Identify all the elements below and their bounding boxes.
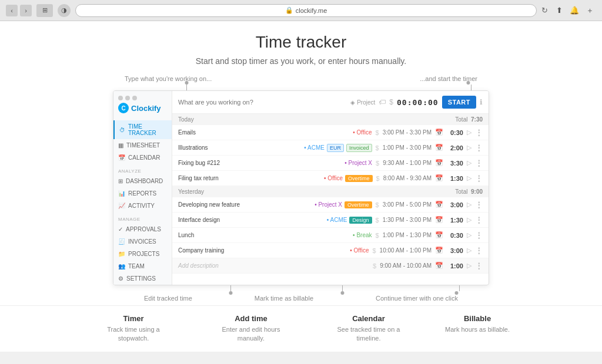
entry-billable-icon[interactable]: $ (376, 160, 379, 167)
entry-play-button[interactable]: ▷ (467, 144, 471, 151)
entry-more-button[interactable]: ⋮ (475, 200, 483, 209)
sidebar: C Clockify ⏱ TIME TRACKER ▦ TIMESHEET 📅 … (113, 91, 172, 285)
table-icon: ▦ (118, 142, 123, 149)
entry-more-button[interactable]: ⋮ (475, 215, 483, 224)
dot-2 (125, 96, 130, 100)
entry-play-button[interactable]: ▷ (467, 159, 471, 167)
entry-more-button[interactable]: ⋮ (475, 231, 483, 240)
entry-play-button[interactable]: ▷ (467, 129, 471, 136)
sidebar-item-approvals[interactable]: ✓ APPROVALS (113, 223, 172, 235)
entry-name-project: Company training Office (178, 247, 369, 254)
entry-play-button[interactable]: ▷ (467, 247, 471, 254)
entry-time-range: 9:00 AM - 10:00 AM (380, 262, 432, 269)
entry-play-button[interactable]: ▷ (467, 231, 471, 239)
eur-tag: EUR (327, 144, 344, 152)
edit-annotation-label: Edit tracked time (144, 295, 192, 302)
sidebar-item-projects[interactable]: 📁 PROJECTS (113, 248, 172, 260)
share-button[interactable]: ⬆ (553, 4, 566, 17)
sidebar-label-projects: PROJECTS (128, 251, 159, 257)
entry-more-button[interactable]: ⋮ (475, 159, 483, 167)
entry-billable-icon[interactable]: $ (372, 247, 376, 254)
analyze-section-label: ANALYZE (113, 164, 172, 175)
chart-icon: 📊 (118, 190, 125, 197)
entry-name-project: Fixing bug #212 Project X (178, 160, 372, 166)
today-header: Today Total 7:30 (172, 114, 489, 125)
address-bar[interactable]: 🔒 clockify.me (75, 4, 537, 17)
app-main: ◈ Project 🏷 $ 00:00:00 START ℹ Today Tot… (172, 91, 489, 285)
entry-time-range: 3:00 PM - 5:00 PM (383, 201, 432, 208)
entry-calendar-icon: 📅 (435, 247, 443, 254)
entry-project: Project X (315, 201, 342, 208)
entry-duration: 2:00 (447, 144, 463, 151)
add-tab-button[interactable]: ＋ (583, 4, 596, 17)
table-row: Company training Office $ 10:00 AM - 1:0… (172, 243, 489, 258)
entry-more-button[interactable]: ⋮ (475, 128, 483, 137)
timer-info-button[interactable]: ℹ (480, 98, 483, 106)
today-total: Total 7:30 (455, 116, 483, 123)
tab-switcher-button[interactable]: ⊞ (36, 4, 53, 17)
entry-billable-icon[interactable]: $ (373, 262, 376, 269)
back-button[interactable]: ‹ (6, 5, 18, 16)
yesterday-total: Total 9:00 (455, 188, 483, 195)
entry-duration: 1:00 (447, 262, 463, 269)
entry-name: Developing new feature (178, 201, 312, 208)
entry-billable-icon[interactable]: $ (376, 232, 379, 239)
entry-time-range: 9:30 AM - 1:00 PM (383, 160, 432, 166)
feature-addtime-desc: Enter and edit hours manually. (210, 325, 292, 343)
entry-calendar-icon: 📅 (435, 201, 443, 208)
entry-billable-icon[interactable]: $ (376, 217, 379, 224)
feature-calendar-title: Calendar (327, 314, 410, 323)
start-button[interactable]: START (442, 96, 476, 109)
entry-name-project: Illustrations ACME EUR Invoiced (178, 144, 372, 152)
sidebar-item-activity[interactable]: 📈 ACTIVITY (113, 200, 172, 212)
entry-more-button[interactable]: ⋮ (475, 261, 483, 270)
forward-button[interactable]: › (20, 5, 32, 16)
invoice-icon: 🧾 (118, 238, 125, 245)
timer-project-button[interactable]: ◈ Project (350, 99, 375, 106)
entry-play-button[interactable]: ▷ (467, 201, 471, 208)
sidebar-item-settings[interactable]: ⚙ SETTINGS (113, 272, 172, 285)
sidebar-item-calendar[interactable]: 📅 CALENDAR (113, 151, 172, 164)
sidebar-item-dashboard[interactable]: ⊞ DASHBOARD (113, 175, 172, 187)
entry-play-button[interactable]: ▷ (467, 216, 471, 224)
feature-billable: Billable Mark hours as billable. (445, 314, 510, 343)
entry-play-button[interactable]: ▷ (467, 174, 471, 182)
entry-billable-icon[interactable]: $ (376, 144, 379, 151)
reload-button[interactable]: ↻ (541, 6, 548, 15)
type-annotation-label: Type what you're working on... (125, 75, 212, 82)
sidebar-item-timesheet[interactable]: ▦ TIMESHEET (113, 139, 172, 151)
entry-more-button[interactable]: ⋮ (475, 143, 483, 152)
team-icon: 👥 (118, 263, 125, 269)
entry-billable-icon[interactable]: $ (376, 201, 379, 208)
table-row: Interface design ACME Design $ 1:30 PM -… (172, 213, 489, 228)
feature-billable-title: Billable (445, 314, 510, 323)
entry-name: Filing tax return (178, 175, 322, 181)
sidebar-label-timesheet: TIMESHEET (126, 142, 160, 149)
entry-more-button[interactable]: ⋮ (475, 174, 483, 183)
entry-project: Office (350, 247, 369, 254)
feature-billable-desc: Mark hours as billable. (445, 325, 510, 334)
sidebar-item-reports[interactable]: 📊 REPORTS (113, 187, 172, 200)
entry-play-button[interactable]: ▷ (467, 262, 471, 269)
billable-annotation-label: Mark time as billable (255, 295, 313, 302)
sidebar-item-team[interactable]: 👥 TEAM (113, 260, 172, 272)
sidebar-label-settings: SETTINGS (126, 275, 156, 282)
entry-name: Emails (178, 129, 350, 136)
entry-project: Office (353, 129, 372, 136)
entry-name: Fixing bug #212 (178, 160, 342, 166)
entry-billable-icon[interactable]: $ (376, 175, 380, 182)
entry-duration: 0:30 (447, 129, 463, 136)
entry-billable-icon[interactable]: $ (376, 129, 379, 136)
entry-time-range: 1:00 PM - 1:30 PM (383, 232, 432, 238)
timer-description-input[interactable] (178, 99, 347, 106)
entry-more-button[interactable]: ⋮ (475, 246, 483, 255)
sidebar-item-timetracker[interactable]: ⏱ TIME TRACKER (113, 120, 172, 139)
folder-icon: 📁 (118, 251, 125, 257)
entry-time-range: 1:30 PM - 3:00 PM (383, 217, 432, 223)
notification-button[interactable]: 🔔 (568, 4, 581, 17)
entry-time-range: 10:00 AM - 1:00 PM (380, 247, 432, 254)
manage-section-label: MANAGE (113, 212, 172, 223)
yesterday-label: Yesterday (178, 188, 204, 195)
sidebar-item-invoices[interactable]: 🧾 INVOICES (113, 235, 172, 248)
entry-time-range: 1:00 PM - 3:00 PM (383, 144, 432, 151)
